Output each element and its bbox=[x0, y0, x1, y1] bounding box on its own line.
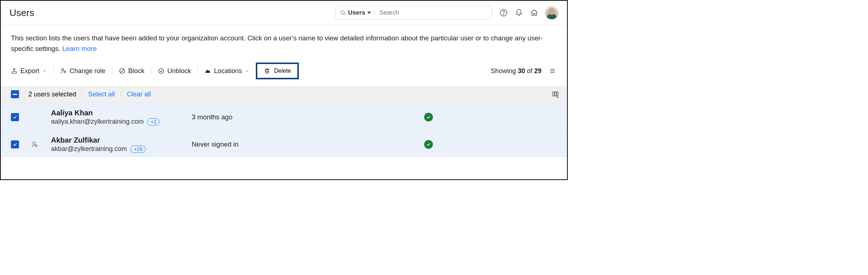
status-ok-icon bbox=[424, 140, 433, 149]
delete-button[interactable]: Delete bbox=[256, 63, 299, 79]
column-picker-icon[interactable] bbox=[552, 91, 559, 98]
search-icon bbox=[340, 10, 346, 16]
locations-button[interactable]: Locations bbox=[204, 66, 249, 76]
svg-marker-2 bbox=[367, 12, 371, 14]
svg-rect-17 bbox=[553, 92, 554, 96]
block-icon bbox=[119, 68, 125, 74]
selection-count: 2 users selected bbox=[28, 91, 76, 98]
showing-count: Showing 30 of 29 bbox=[491, 67, 541, 75]
user-name[interactable]: Akbar Zulfikar bbox=[51, 136, 192, 144]
search-scope-selector[interactable]: Users bbox=[336, 8, 375, 17]
chevron-down-icon bbox=[42, 69, 47, 73]
trash-icon bbox=[264, 68, 270, 74]
svg-line-1 bbox=[344, 14, 345, 15]
bell-icon[interactable] bbox=[515, 8, 523, 17]
svg-rect-19 bbox=[557, 92, 558, 96]
action-toolbar: Export Change role Block Unblock Locatio… bbox=[1, 63, 567, 86]
svg-rect-18 bbox=[555, 92, 556, 96]
svg-point-6 bbox=[62, 69, 63, 71]
svg-rect-5 bbox=[12, 72, 16, 74]
last-signin: 3 months ago bbox=[192, 113, 424, 121]
home-icon[interactable] bbox=[530, 8, 539, 17]
svg-marker-11 bbox=[206, 70, 210, 73]
alias-count-badge[interactable]: +29 bbox=[130, 146, 146, 153]
search-input[interactable] bbox=[375, 7, 492, 19]
user-row[interactable]: Aaliya Khan aaliya.khan@zylkertraining.c… bbox=[1, 103, 567, 130]
user-email: akbar@zylkertraining.com bbox=[51, 145, 127, 153]
user-name[interactable]: Aaliya Khan bbox=[51, 109, 192, 117]
svg-point-4 bbox=[503, 14, 504, 15]
location-icon bbox=[204, 68, 211, 74]
change-role-button[interactable]: Change role bbox=[60, 66, 105, 76]
section-description: This section lists the users that have b… bbox=[1, 25, 567, 63]
svg-line-9 bbox=[121, 69, 124, 73]
role-icon bbox=[60, 68, 67, 74]
row-checkbox[interactable] bbox=[11, 113, 19, 121]
svg-point-7 bbox=[64, 71, 66, 73]
svg-point-20 bbox=[33, 142, 35, 145]
row-checkbox[interactable] bbox=[11, 140, 19, 148]
unblock-button[interactable]: Unblock bbox=[158, 66, 191, 76]
search-scope-label: Users bbox=[348, 9, 365, 16]
learn-more-link[interactable]: Learn more bbox=[62, 45, 97, 52]
block-button[interactable]: Block bbox=[119, 66, 144, 76]
user-email: aaliya.khan@zylkertraining.com bbox=[51, 118, 144, 125]
status-ok-icon bbox=[424, 113, 433, 121]
export-icon bbox=[11, 68, 17, 74]
alias-count-badge[interactable]: +1 bbox=[147, 118, 160, 125]
last-signin: Never signed in bbox=[192, 140, 424, 148]
clear-all-link[interactable]: Clear all bbox=[127, 91, 151, 98]
caret-down-icon bbox=[367, 11, 371, 15]
select-all-checkbox[interactable] bbox=[11, 90, 19, 98]
density-icon[interactable] bbox=[548, 67, 557, 75]
page-title: Users bbox=[9, 7, 34, 19]
user-row[interactable]: Akbar Zulfikar akbar@zylkertraining.com … bbox=[1, 130, 567, 157]
export-button[interactable]: Export bbox=[11, 66, 47, 76]
avatar[interactable] bbox=[545, 6, 558, 19]
selection-bar: 2 users selected Select all Clear all bbox=[1, 86, 567, 103]
help-icon[interactable] bbox=[499, 8, 508, 17]
search-bar[interactable]: Users bbox=[335, 6, 492, 20]
svg-point-10 bbox=[159, 69, 164, 74]
svg-point-0 bbox=[341, 11, 344, 14]
select-all-link[interactable]: Select all bbox=[88, 91, 115, 98]
chevron-down-icon bbox=[245, 69, 249, 73]
unblock-icon bbox=[158, 68, 164, 74]
